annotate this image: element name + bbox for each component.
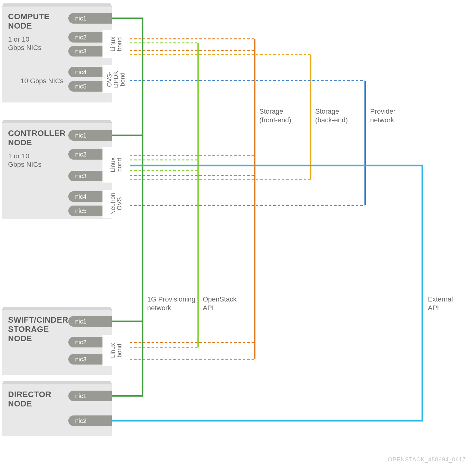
controller-linux-bond: Linuxbond [102,147,130,183]
controller-neutron-ovs: NeutronOVS [102,190,130,218]
footer-text: OPENSTACK_450694_0617 [388,456,466,463]
storage-nic1: nic1 [68,316,112,327]
label-storage-back: Storage(back-end) [315,107,348,124]
label-openstack-api: OpenStackAPI [203,295,237,312]
compute-linux-bond: Linuxbond [102,30,130,58]
director-nic2: nic2 [68,415,112,426]
label-external-api: ExternalAPI [428,295,453,312]
director-nic1: nic1 [68,391,112,401]
compute-dpdk-bond: OVS-DPDKbond [102,65,130,93]
compute-nic-speed-2: 10 Gbps NICs [20,77,63,85]
label-storage-front: Storage(front-end) [259,107,291,124]
storage-linux-bond: Linuxbond [102,335,130,366]
compute-nic1: nic1 [68,13,112,24]
label-provisioning: 1G Provisioningnetwork [147,295,195,312]
controller-nic1: nic1 [68,130,112,141]
label-provider: Providernetwork [370,107,396,124]
